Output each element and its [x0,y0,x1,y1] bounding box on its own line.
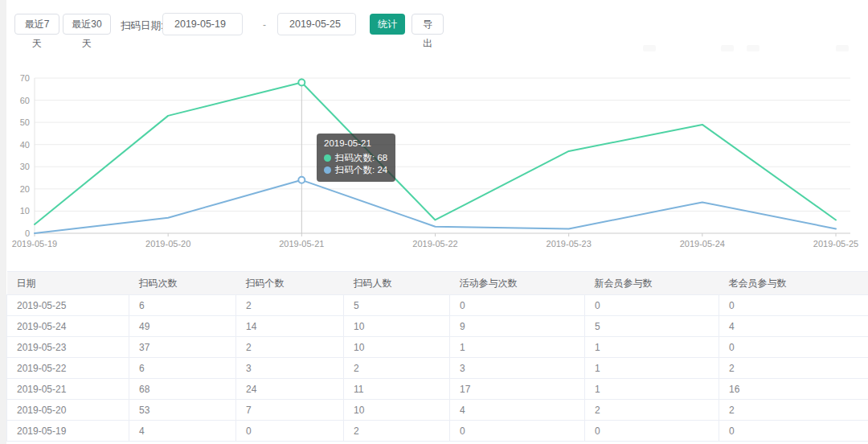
table-cell: 10 [344,400,450,421]
table-cell: 4 [719,316,868,337]
table-cell: 5 [585,316,719,337]
table-cell: 0 [236,421,344,442]
x-tick-label: 2019-05-22 [412,239,457,249]
x-tick-label: 2019-05-19 [12,239,57,249]
table-cell: 0 [450,421,585,442]
table-row: 2019-05-19402000 [7,421,868,442]
tooltip-scan-units: 扫码个数: 24 [335,164,387,177]
table-cell: 2 [236,295,344,316]
table-header-cell: 扫码次数 [129,272,236,295]
table-row: 2019-05-2337210110 [7,337,868,358]
y-tick-label: 10 [20,206,30,216]
table-header-cell: 扫码个数 [236,272,344,295]
table-cell: 2 [719,400,868,421]
table-cell: 2 [236,337,344,358]
date-from-input[interactable] [162,13,243,35]
y-tick-label: 40 [20,140,30,150]
tooltip-scan-count: 扫码次数: 68 [335,152,387,165]
export-button[interactable]: 导出 [411,14,444,35]
table-cell: 0 [719,295,868,316]
table-row: 2019-05-2053710422 [7,400,868,421]
table-cell: 2019-05-21 [7,379,129,400]
table-cell: 6 [129,295,236,316]
table-cell: 2019-05-25 [7,295,129,316]
table-cell: 3 [450,358,585,379]
table-cell: 1 [585,379,719,400]
table-cell: 0 [719,421,868,442]
table-cell: 7 [236,400,344,421]
table-cell: 3 [236,358,344,379]
x-tick-label: 2019-05-21 [279,239,324,249]
table-cell: 0 [719,337,868,358]
y-tick-label: 30 [20,162,30,171]
y-tick-label: 60 [20,96,30,105]
table-header-cell: 新会员参与数 [585,272,719,295]
y-tick-label: 20 [20,184,30,194]
y-tick-label: 50 [20,117,30,127]
table-cell: 0 [585,421,719,442]
last-7-days-button[interactable]: 最近7天 [14,14,59,35]
table-header-cell: 日期 [7,272,129,295]
x-tick-label: 2019-05-23 [547,239,592,249]
table-cell: 2019-05-23 [7,337,129,358]
last-30-days-button[interactable]: 最近30天 [63,14,111,35]
table-cell: 1 [585,337,719,358]
table-cell: 2019-05-20 [7,400,129,421]
scan-line-chart[interactable]: 0102030405060702019-05-192019-05-202019-… [0,44,868,255]
tooltip-date: 2019-05-21 [324,138,387,150]
blue-series-dot-icon [324,166,331,174]
toolbar: 最近7天 最近30天 扫码日期: - 统计 导出 [0,0,868,47]
table-cell: 2019-05-19 [7,421,129,442]
table-cell: 49 [129,316,236,337]
table-cell: 5 [344,295,450,316]
green-series-dot-icon [324,154,331,162]
table-cell: 11 [344,379,450,400]
date-to-input[interactable] [277,13,356,35]
y-tick-label: 0 [25,228,30,238]
table-cell: 17 [450,379,585,400]
tooltip-row: 扫码次数: 68 [324,152,387,165]
statistics-button[interactable]: 统计 [370,14,405,35]
table-cell: 2019-05-22 [7,358,129,379]
table-row: 2019-05-25625000 [7,295,868,316]
table-cell: 14 [236,316,344,337]
table-header-cell: 活动参与次数 [450,272,585,295]
x-tick-label: 2019-05-20 [145,239,190,249]
table-cell: 1 [585,358,719,379]
series-line-扫码个数 [35,180,836,233]
table-row: 2019-05-24491410954 [7,316,868,337]
table-header: 日期扫码次数扫码个数扫码人数活动参与次数新会员参与数老会员参与数 [7,272,868,295]
y-tick-label: 70 [20,73,30,83]
table-cell: 1 [450,337,585,358]
chart-tooltip: 2019-05-21 扫码次数: 68 扫码个数: 24 [317,134,395,182]
scan-date-label: 扫码日期: [121,19,163,33]
tooltip-row: 扫码个数: 24 [324,164,387,177]
table-cell: 2019-05-24 [7,316,129,337]
table-cell: 4 [129,421,236,442]
table-row: 2019-05-22632312 [7,358,868,379]
table-cell: 0 [585,295,719,316]
table-cell: 0 [450,295,585,316]
table-cell: 10 [344,337,450,358]
table-cell: 2 [719,358,868,379]
table-cell: 4 [450,400,585,421]
series-line-扫码次数 [35,83,836,224]
table-header-cell: 老会员参与数 [719,272,868,295]
table-cell: 6 [129,358,236,379]
table-cell: 9 [450,316,585,337]
x-tick-label: 2019-05-25 [813,239,858,249]
table-cell: 68 [129,379,236,400]
highlight-marker [298,177,305,183]
line-chart-svg[interactable]: 0102030405060702019-05-192019-05-202019-… [0,44,868,255]
scan-stats-table: 日期扫码次数扫码个数扫码人数活动参与次数新会员参与数老会员参与数 2019-05… [6,271,868,442]
table-cell: 2 [585,400,719,421]
table-cell: 53 [129,400,236,421]
table-cell: 2 [344,358,450,379]
table-row: 2019-05-2168241117116 [7,379,868,400]
table-header-cell: 扫码人数 [344,272,450,295]
highlight-marker [298,80,305,86]
table-cell: 37 [129,337,236,358]
x-tick-label: 2019-05-24 [680,239,725,249]
table-cell: 10 [344,316,450,337]
table-cell: 16 [719,379,868,400]
